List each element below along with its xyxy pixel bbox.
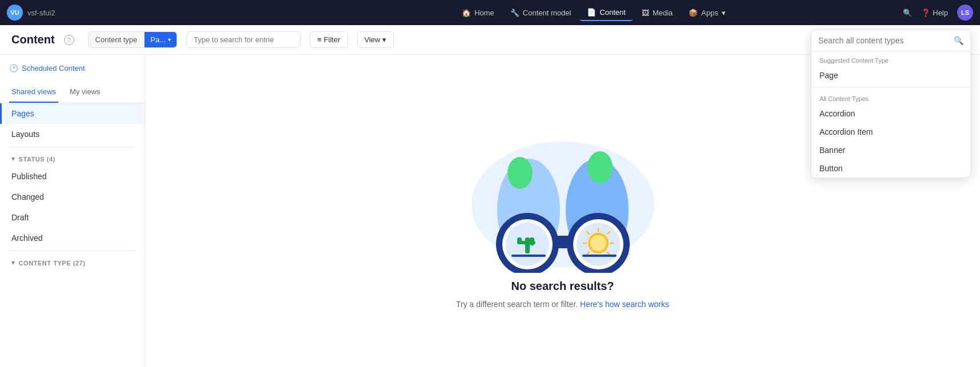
dropdown-search-input[interactable]	[818, 36, 949, 45]
binoculars-illustration	[460, 113, 666, 273]
model-icon: 🔧	[510, 9, 519, 17]
svg-point-19	[590, 235, 606, 251]
media-icon: 🖼	[642, 9, 649, 17]
sidebar-tabs: Shared views My views	[0, 82, 145, 103]
content-type-dropdown: 🔍 Suggested Content Type Page All Conten…	[811, 30, 971, 178]
chevron-down-icon: ▾	[11, 259, 15, 267]
scheduled-content-link[interactable]: 🕐 Scheduled Content	[9, 64, 135, 72]
content-type-section-header[interactable]: ▾ CONTENT TYPE (27)	[0, 253, 145, 270]
content-type-filter[interactable]: Content type Pa... ▾	[88, 31, 177, 48]
chevron-down-icon: ▾	[382, 35, 386, 44]
chevron-down-icon: ▾	[722, 9, 726, 17]
sidebar-divider	[9, 147, 135, 147]
nav-apps[interactable]: 📦 Apps ▾	[682, 5, 733, 21]
svg-rect-27	[582, 255, 617, 257]
dropdown-item-accordion[interactable]: Accordion	[811, 104, 970, 123]
search-button[interactable]: 🔍	[903, 9, 912, 17]
content-type-label: Content type	[89, 32, 145, 47]
content-icon: 📄	[587, 8, 596, 17]
tab-my-views[interactable]: My views	[67, 82, 102, 103]
nav-home[interactable]: 🏠 Home	[455, 5, 501, 21]
svg-point-3	[507, 157, 533, 189]
empty-subtitle: Try a different search term or filter. H…	[456, 300, 669, 309]
home-icon: 🏠	[462, 9, 471, 17]
sidebar: 🕐 Scheduled Content Shared views My view…	[0, 55, 145, 367]
app-name: vsf-sfui2	[27, 9, 55, 17]
suggested-section-label: Suggested Content Type	[811, 51, 970, 66]
filter-icon: ≡	[317, 35, 322, 44]
search-icon: 🔍	[954, 36, 963, 45]
sidebar-item-changed[interactable]: Changed	[0, 187, 145, 207]
svg-rect-7	[549, 236, 577, 248]
dropdown-item-banner[interactable]: Banner	[811, 141, 970, 159]
chevron-down-icon: ▾	[11, 155, 15, 163]
dropdown-item-page[interactable]: Page	[811, 66, 970, 84]
sidebar-item-archived[interactable]: Archived	[0, 228, 145, 248]
content-type-value[interactable]: Pa... ▾	[145, 32, 177, 47]
help-tooltip-icon[interactable]: ?	[64, 35, 74, 45]
sidebar-item-layouts[interactable]: Layouts	[0, 124, 145, 144]
filter-button[interactable]: ≡ Filter	[310, 31, 347, 48]
sidebar-divider-2	[9, 251, 135, 251]
dropdown-item-accordion-item[interactable]: Accordion Item	[811, 123, 970, 141]
user-avatar[interactable]: LS	[957, 5, 973, 21]
status-section-header[interactable]: ▾ STATUS (4)	[0, 150, 145, 166]
topbar-right: 🔍 ❓ Help LS	[903, 5, 973, 21]
svg-rect-12	[525, 237, 530, 253]
nav-media[interactable]: 🖼 Media	[635, 5, 679, 21]
sidebar-scheduled-section: 🕐 Scheduled Content	[0, 55, 145, 77]
topbar: VU vsf-sfui2 🏠 Home 🔧 Content model 📄 Co…	[0, 0, 980, 25]
empty-title: No search results?	[511, 280, 614, 293]
tab-shared-views[interactable]: Shared views	[9, 82, 58, 103]
sidebar-item-draft[interactable]: Draft	[0, 207, 145, 228]
dropdown-divider	[811, 87, 970, 87]
dropdown-item-button[interactable]: Button	[811, 159, 970, 178]
sidebar-item-published[interactable]: Published	[0, 166, 145, 187]
sidebar-item-pages[interactable]: Pages	[0, 103, 145, 124]
apps-icon: 📦	[689, 9, 698, 17]
svg-rect-16	[530, 237, 534, 245]
search-help-link[interactable]: Here's how search works	[580, 300, 669, 309]
search-input[interactable]	[186, 31, 301, 48]
app-logo: VU	[7, 5, 23, 21]
page-title: Content	[11, 33, 55, 46]
svg-rect-14	[517, 237, 522, 244]
dropdown-search-area: 🔍	[811, 30, 970, 51]
help-icon: ❓	[921, 9, 930, 17]
help-button[interactable]: ❓ Help	[921, 9, 948, 17]
svg-rect-17	[511, 255, 546, 257]
topbar-left: VU vsf-sfui2	[7, 5, 455, 21]
topbar-nav: 🏠 Home 🔧 Content model 📄 Content 🖼 Media…	[455, 5, 903, 21]
all-section-label: All Content Types	[811, 90, 970, 104]
nav-content[interactable]: 📄 Content	[580, 5, 633, 21]
svg-point-4	[587, 151, 613, 183]
empty-state: No search results? Try a different searc…	[456, 113, 669, 309]
view-button[interactable]: View ▾	[357, 31, 394, 48]
clock-icon: 🕐	[9, 64, 18, 72]
nav-content-model[interactable]: 🔧 Content model	[503, 5, 578, 21]
chevron-down-icon: ▾	[168, 37, 171, 43]
